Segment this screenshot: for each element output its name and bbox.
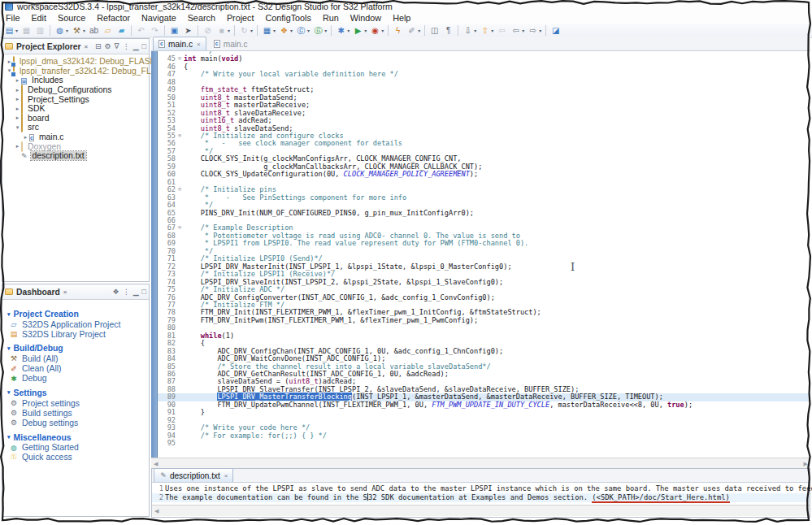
fold-marker-icon[interactable]: ⊖ — [176, 55, 184, 63]
dropdown-arrow-icon[interactable]: ▾ — [347, 28, 350, 33]
maximize-icon[interactable]: □ — [142, 42, 146, 50]
new-source-folder-icon[interactable]: ▰ — [115, 24, 128, 37]
maximize-icon[interactable]: □ — [142, 288, 146, 296]
filter-icon[interactable]: ∇ — [115, 42, 119, 50]
menu-refactor[interactable]: Refactor — [91, 13, 136, 23]
terminal-icon[interactable]: ▣ — [168, 24, 180, 37]
stop-icon[interactable]: ■▾ — [215, 24, 231, 37]
dropdown-arrow-icon[interactable]: ▾ — [474, 28, 476, 33]
dropdown-arrow-icon[interactable]: ▾ — [66, 28, 68, 33]
menu-search[interactable]: Search — [182, 13, 221, 23]
dashboard-item-project-settings[interactable]: ⚙Project settings — [7, 398, 149, 408]
dashboard-section-miscellaneous[interactable]: ▾Miscellaneous — [7, 432, 149, 443]
undo-icon[interactable]: ↶ — [135, 24, 147, 37]
close-icon[interactable]: × — [85, 43, 89, 50]
dropdown-arrow-icon[interactable]: ▾ — [381, 28, 384, 33]
restart-icon[interactable]: ↻▾ — [238, 24, 254, 37]
editor-horizontal-scrollbar[interactable]: ◀ ▶ — [151, 458, 810, 469]
dashboard-section-project-creation[interactable]: ▾Project Creation — [7, 309, 149, 319]
close-icon[interactable]: × — [224, 472, 228, 479]
expand-arrow-icon[interactable]: ▸ — [14, 96, 21, 102]
generate-code-icon[interactable]: Ⓖ▾ — [312, 24, 328, 37]
menu-edit[interactable]: Edit — [25, 13, 52, 23]
dropdown-arrow-icon[interactable]: ▾ — [83, 28, 85, 33]
previous-annotation-icon[interactable]: ⇧▾ — [479, 24, 494, 37]
select-tool-icon[interactable]: ➤ — [182, 24, 194, 37]
close-icon[interactable]: × — [197, 41, 201, 48]
save-all-icon[interactable]: ▥ — [34, 24, 46, 37]
expand-arrow-icon[interactable]: ▸ — [14, 87, 21, 93]
menu-configtools[interactable]: ConfigTools — [260, 13, 317, 23]
profile-icon[interactable]: ◉▾ — [369, 24, 384, 37]
minimize-icon[interactable]: ▁ — [133, 42, 139, 50]
expand-arrow-icon[interactable]: ▸ — [14, 143, 21, 150]
dashboard-item-debug-settings[interactable]: ⚙Debug settings — [7, 418, 149, 427]
forward-icon[interactable]: ⇨▾ — [527, 24, 542, 37]
tree-item-main-c[interactable]: ▸cmain.c — [2, 132, 149, 142]
tree-item-doxygen[interactable]: ▸Doxygen — [2, 141, 149, 151]
dropdown-arrow-icon[interactable]: ▾ — [364, 28, 367, 33]
editor-marker-bar[interactable] — [151, 51, 158, 458]
update-software-icon[interactable]: ◍▾ — [54, 24, 69, 37]
open-element-icon[interactable]: ◫ — [428, 24, 441, 37]
dashboard-item-quick-access[interactable]: ⚿Quick access — [7, 453, 149, 462]
expand-arrow-icon[interactable]: ▸ — [14, 77, 21, 84]
menu-file[interactable]: File — [0, 13, 25, 23]
fold-marker-icon[interactable]: ⊖ — [176, 132, 184, 140]
expand-arrow-icon[interactable]: ▸ — [14, 115, 21, 121]
menu-run[interactable]: Run — [317, 13, 345, 23]
dashboard-action-icon[interactable]: ❖ — [113, 288, 119, 296]
dashboard-item-build-settings[interactable]: ⚙Build settings — [7, 408, 149, 418]
link-with-editor-icon[interactable]: ⚙ — [105, 42, 111, 50]
c-project-settings-icon[interactable]: ⓒ▾ — [295, 24, 310, 37]
back-history-icon[interactable]: ⇦ — [496, 24, 508, 37]
dropdown-arrow-icon[interactable]: ▾ — [522, 28, 524, 33]
back-icon[interactable]: ⇦▾ — [510, 24, 525, 37]
dashboard-item-debug[interactable]: ✱Debug — [7, 374, 149, 384]
tree-item-board[interactable]: ▸board — [2, 114, 149, 124]
tab-main-c-inactive[interactable]: c main.c — [208, 37, 254, 50]
scroll-left-icon[interactable]: ◀ — [154, 461, 158, 467]
dashboard-item-s32ds-library-project[interactable]: ▤S32DS Library Project — [7, 329, 149, 339]
tree-item-project-settings[interactable]: ▸Project_Settings — [2, 94, 149, 104]
scroll-left-icon[interactable]: ◀ — [154, 508, 158, 514]
dropdown-arrow-icon[interactable]: ▾ — [539, 28, 541, 33]
dashboard-item-build-all[interactable]: ⚒Build (All) — [7, 354, 149, 363]
tab-description-txt[interactable]: ✎ description.txt × — [154, 468, 233, 482]
flash-programmer-icon[interactable]: ϟ — [392, 24, 404, 37]
tree-item-sdk[interactable]: ▸SDK — [2, 104, 149, 114]
annotate-icon[interactable]: ✐▾ — [406, 24, 421, 37]
bottom-horizontal-scrollbar[interactable]: ◀ — [152, 505, 810, 516]
tab-main-c-active[interactable]: c main.c × — [153, 37, 206, 50]
build-icon[interactable]: ⚒▾ — [71, 24, 86, 37]
debug-icon[interactable]: ✱▾ — [335, 24, 350, 37]
next-annotation-icon[interactable]: ⇩▾ — [462, 24, 477, 37]
collapse-arrow-icon[interactable]: ▾ — [7, 389, 11, 396]
fold-marker-icon[interactable]: ⊖ — [176, 224, 184, 232]
description-text[interactable]: 1Uses one instance of the LPSPI as slave… — [152, 483, 810, 502]
tree-item-description-txt[interactable]: ✎description.txt — [2, 151, 149, 161]
expand-arrow-icon[interactable]: ▾ — [14, 124, 21, 131]
tree-item-debug-configurations[interactable]: ▸Debug_Configurations — [2, 85, 149, 95]
tree-item-includes[interactable]: ▸⊞Includes — [2, 76, 149, 85]
dropdown-arrow-icon[interactable]: ▾ — [290, 28, 293, 33]
fold-marker-icon[interactable]: ⊖ — [176, 186, 184, 193]
dashboard-section-build-debug[interactable]: ▾Build/Debug — [7, 343, 149, 354]
skip-breakpoints-icon[interactable]: ⊘ — [202, 24, 214, 37]
new-c-file-icon[interactable]: ▱ — [102, 24, 114, 37]
dashboard-item-s32ds-application-project[interactable]: ▱S32DS Application Project — [7, 319, 149, 329]
dropdown-arrow-icon[interactable]: ▾ — [491, 28, 493, 33]
code-area[interactable]: */45⊖int main(void)46{47 /* Write your l… — [151, 51, 810, 458]
run-icon[interactable]: ▶▾ — [352, 24, 367, 37]
menu-project[interactable]: Project — [221, 13, 260, 23]
minimize-icon[interactable]: ▁ — [133, 288, 139, 296]
view-menu-icon[interactable]: ⋮ — [123, 288, 130, 296]
menu-help[interactable]: Help — [387, 13, 416, 23]
tree-item-lpspi-transfer-s32k142-debug-flash[interactable]: ▾lpspi_transfer_s32k142: Debug_FLASH — [2, 67, 149, 76]
tree-item-src[interactable]: ▾src — [2, 123, 149, 132]
dropdown-arrow-icon[interactable]: ▾ — [228, 28, 230, 33]
dropdown-arrow-icon[interactable]: ▾ — [418, 28, 420, 33]
s32-config-tools-icon[interactable]: ❖▾ — [278, 24, 293, 37]
collapse-arrow-icon[interactable]: ▾ — [7, 434, 11, 440]
dropdown-arrow-icon[interactable]: ▾ — [324, 28, 327, 33]
